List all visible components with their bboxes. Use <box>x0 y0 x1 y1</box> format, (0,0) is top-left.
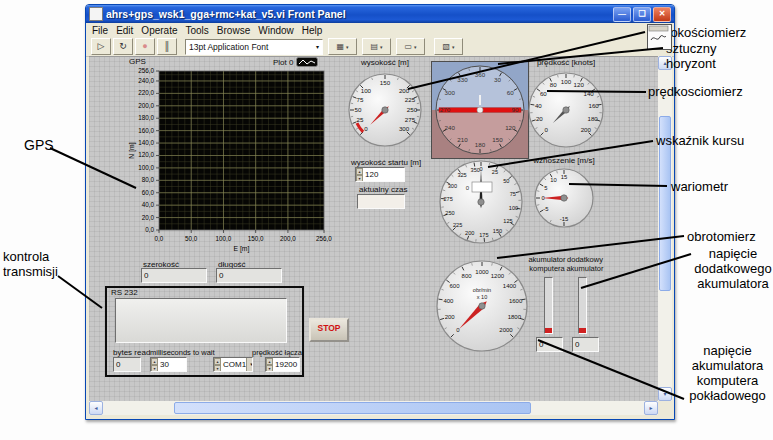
vario-label: wznoszenie [m/s] <box>524 156 604 165</box>
align-objects-button[interactable]: ▦ ▾ <box>328 38 357 55</box>
scroll-down-button[interactable]: ▾ <box>658 387 672 401</box>
down-arrow-icon[interactable]: ▾ <box>214 365 221 372</box>
font-selector[interactable]: 13pt Application Font ▾ <box>185 39 323 55</box>
svg-text:800: 800 <box>462 273 473 279</box>
increment-decrement-spinner[interactable]: ▴▾ <box>356 168 363 181</box>
menu-file[interactable]: File <box>90 25 114 36</box>
increment-decrement-spinner[interactable]: ▴▾ <box>266 358 273 371</box>
svg-text:40,0: 40,0 <box>142 201 155 208</box>
ms-wait-control[interactable]: ▴▾ 30 <box>150 357 187 372</box>
svg-text:1800: 1800 <box>508 314 522 320</box>
chevron-down-icon: ▾ <box>380 44 383 50</box>
svg-text:150: 150 <box>493 228 502 234</box>
svg-text:100,0: 100,0 <box>138 164 154 171</box>
callout-horizon: sztuczny horyzont <box>666 41 717 71</box>
vi-icon[interactable] <box>647 24 672 50</box>
menu-window[interactable]: Window <box>256 25 300 36</box>
resize-objects-button[interactable]: ▭ ▾ <box>396 38 425 55</box>
start-altitude-control[interactable]: ▴▾ 120 <box>355 167 405 182</box>
menu-help[interactable]: Help <box>300 25 329 36</box>
up-arrow-icon[interactable]: ▴ <box>356 168 363 175</box>
longitude-indicator: 0 <box>216 268 282 283</box>
tachometer-gauge: 0200400600800100012001400160018002000obr… <box>433 257 531 357</box>
abort-button[interactable]: ● <box>135 38 155 55</box>
distribute-objects-button[interactable]: ▤ ▾ <box>362 38 391 55</box>
svg-text:N [m]: N [m] <box>128 142 136 158</box>
svg-text:200,0: 200,0 <box>280 235 296 242</box>
horizontal-scroll-thumb[interactable] <box>174 402 531 414</box>
menu-operate[interactable]: Operate <box>139 25 183 36</box>
chevron-down-icon: ▾ <box>414 44 417 50</box>
run-button[interactable]: ▷ <box>91 38 111 55</box>
resize-corner[interactable] <box>658 401 672 415</box>
svg-text:225: 225 <box>405 96 416 103</box>
svg-text:180: 180 <box>587 115 598 122</box>
svg-text:0: 0 <box>544 126 548 133</box>
svg-text:300: 300 <box>448 183 457 189</box>
down-arrow-icon[interactable]: ▾ <box>356 175 363 182</box>
stop-button[interactable]: STOP <box>309 318 349 342</box>
svg-text:350: 350 <box>471 167 480 173</box>
svg-text:360: 360 <box>475 71 486 78</box>
svg-text:25: 25 <box>357 116 364 123</box>
pause-button[interactable]: ║ <box>157 38 177 55</box>
up-arrow-icon[interactable]: ▴ <box>266 358 273 365</box>
com-port-selector[interactable]: ▴▾ COM1 ▾ <box>213 357 253 372</box>
increment-decrement-spinner[interactable]: ▴▾ <box>151 358 158 371</box>
scroll-left-button[interactable]: ◂ <box>89 401 103 415</box>
svg-text:0: 0 <box>364 125 368 132</box>
svg-text:240,0: 240,0 <box>138 77 154 84</box>
maximize-button[interactable]: ❑ <box>633 7 651 22</box>
menu-browse[interactable]: Browse <box>215 25 256 36</box>
computer-battery-fill <box>545 328 552 333</box>
svg-text:20,0: 20,0 <box>142 214 155 221</box>
increment-decrement-spinner[interactable]: ▴▾ <box>214 358 221 371</box>
svg-text:100: 100 <box>361 87 372 94</box>
svg-text:E [m]: E [m] <box>234 245 250 253</box>
scroll-right-button[interactable]: ▸ <box>644 401 658 415</box>
font-selector-value: 13pt Application Font <box>189 42 268 52</box>
baud-label: prędkość łącza <box>252 348 302 357</box>
screenshot-canvas: ahrs+gps_wsk1_gga+rmc+kat_v5.vi Front Pa… <box>0 0 773 440</box>
down-arrow-icon[interactable]: ▾ <box>266 365 273 372</box>
svg-text:270: 270 <box>440 106 451 113</box>
up-arrow-icon[interactable]: ▴ <box>214 358 221 365</box>
reorder-button[interactable]: ▧ ▾ <box>434 38 463 55</box>
svg-text:250: 250 <box>445 210 454 216</box>
menu-tools[interactable]: Tools <box>184 25 215 36</box>
run-continuous-button[interactable]: ↻ <box>113 38 133 55</box>
resize-objects-icon: ▭ <box>404 42 412 51</box>
minimize-button[interactable]: — <box>613 7 631 22</box>
svg-text:50,0: 50,0 <box>185 235 198 242</box>
start-altitude-label: wysokość startu [m] <box>351 158 421 167</box>
title-bar[interactable]: ahrs+gps_wsk1_gga+rmc+kat_v5.vi Front Pa… <box>86 5 674 23</box>
menu-edit[interactable]: Edit <box>114 25 139 36</box>
svg-text:140: 140 <box>583 90 594 97</box>
close-button[interactable]: ✕ <box>653 7 671 22</box>
ms-wait-label: milliseconds to wait <box>150 348 215 357</box>
labview-window: ahrs+gps_wsk1_gga+rmc+kat_v5.vi Front Pa… <box>85 4 675 420</box>
svg-text:1000: 1000 <box>475 269 489 275</box>
svg-text:50: 50 <box>503 178 509 184</box>
extra-battery-indicator: 0 <box>572 337 599 352</box>
svg-text:200: 200 <box>581 126 592 133</box>
svg-text:120: 120 <box>505 124 516 131</box>
extra-battery-tank <box>578 277 587 334</box>
svg-text:325: 325 <box>457 172 466 178</box>
svg-text:60,0: 60,0 <box>142 189 155 196</box>
run-continuous-icon: ↻ <box>119 41 127 51</box>
svg-text:5: 5 <box>544 185 547 191</box>
callout-tacho: obrotomierz <box>687 229 756 244</box>
vertical-scrollbar[interactable]: ▴ ▾ <box>658 56 672 401</box>
dropdown-arrow-icon[interactable]: ▾ <box>246 358 253 371</box>
extra-battery-fill <box>579 328 586 333</box>
latitude-indicator: 0 <box>141 268 207 283</box>
down-arrow-icon[interactable]: ▾ <box>151 365 158 372</box>
computer-battery-indicator: 0 <box>536 337 563 352</box>
baud-control[interactable]: ▴▾ 19200 <box>265 357 300 372</box>
up-arrow-icon[interactable]: ▴ <box>151 358 158 365</box>
distribute-objects-icon: ▤ <box>370 42 378 51</box>
svg-text:220,0: 220,0 <box>138 89 154 96</box>
vi-title-icon[interactable] <box>89 7 103 21</box>
horizontal-scrollbar[interactable]: ◂ ▸ <box>89 401 658 415</box>
